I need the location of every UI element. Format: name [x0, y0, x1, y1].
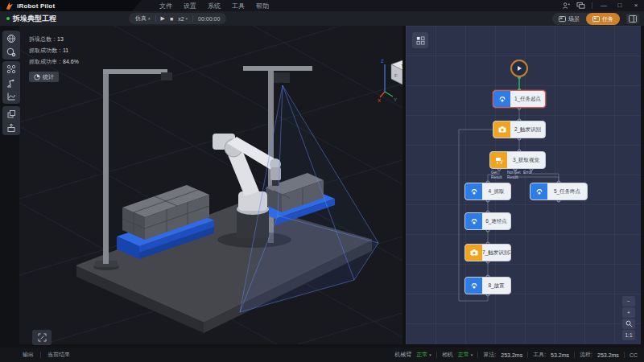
- tcp-tool-button[interactable]: [5, 64, 18, 74]
- robot-config-button[interactable]: [5, 77, 18, 88]
- stat-total-label: 拆垛总数：: [29, 36, 57, 42]
- speed-select[interactable]: x2 ▾: [178, 16, 188, 22]
- flow-start-node[interactable]: [510, 60, 528, 77]
- flow-node-label: 8_放置: [482, 282, 510, 290]
- zoom-out-button[interactable]: −: [622, 296, 635, 306]
- chevron-down-icon: ▾: [471, 352, 473, 357]
- sim-mode-label: 仿真: [135, 14, 147, 23]
- camera-status-select[interactable]: 正常 ▾: [458, 351, 473, 359]
- minimize-button[interactable]: —: [599, 0, 609, 11]
- flow-node-8[interactable]: 8_放置: [464, 277, 511, 294]
- menu-settings[interactable]: 设置: [184, 2, 196, 10]
- tool-time-label: 工具:: [533, 351, 546, 359]
- waypoint-icon: [465, 213, 482, 229]
- grasp-icon: [465, 183, 482, 200]
- zoom-in-button[interactable]: +: [622, 307, 635, 318]
- expand-icon: [38, 333, 47, 342]
- flow-node-7[interactable]: 7_触发识别2: [464, 244, 511, 261]
- camera-status-label: 相机: [442, 351, 453, 359]
- close-button[interactable]: ×: [631, 0, 641, 11]
- task-tab[interactable]: 任务: [586, 13, 620, 25]
- flow-node-label: 3_获取视觉: [507, 157, 545, 164]
- flow-node-1[interactable]: 1_任务起点: [493, 90, 546, 108]
- curve-chart-icon: [6, 92, 16, 101]
- flow-node-5[interactable]: 5_任务终点: [530, 183, 588, 200]
- statistics-button[interactable]: 统计: [29, 72, 59, 82]
- separator: [527, 352, 528, 358]
- stop-button[interactable]: ■: [170, 16, 173, 22]
- zoom-fit-button[interactable]: 1:1: [622, 330, 635, 340]
- scene-icon: [559, 16, 566, 23]
- camera-status-value: 正常: [458, 351, 469, 359]
- port-label-not-get-result: Not Get Result: [507, 171, 523, 179]
- menu-tools[interactable]: 工具: [232, 2, 245, 10]
- scene-tab[interactable]: 场景: [552, 13, 586, 25]
- chevron-down-icon: ▾: [429, 352, 431, 357]
- separator: [477, 352, 478, 358]
- app-window: iRobot Pilot 文件 设置 系统 工具 帮助: [0, 0, 644, 362]
- maximize-button[interactable]: □: [615, 0, 625, 11]
- navigation-cube[interactable]: Z X Y T F R: [377, 56, 402, 103]
- flow-node-4[interactable]: 4_抓取: [464, 183, 511, 200]
- view-mode-toggle: 场景 任务: [552, 13, 620, 25]
- output-tab[interactable]: 输出: [23, 351, 34, 359]
- chart-button[interactable]: [5, 91, 18, 101]
- task-icon: [592, 16, 600, 23]
- zoom-search-button[interactable]: [622, 319, 635, 329]
- robot-status-select[interactable]: 正常 ▾: [416, 351, 431, 359]
- separator: [436, 352, 437, 358]
- robot-logo-icon: [5, 2, 14, 10]
- process-time-value: 253.2ms: [597, 352, 619, 358]
- speed-label: x2: [178, 16, 184, 22]
- titlebar: iRobot Pilot 文件 设置 系统 工具 帮助: [0, 0, 644, 11]
- axis-y-label: Y: [394, 97, 397, 102]
- stat-rate-label: 抓取成功率：: [29, 59, 63, 64]
- menu-file[interactable]: 文件: [159, 2, 172, 10]
- globe-gear-icon: [6, 47, 16, 57]
- stat-success-label: 抓取成功数：: [29, 47, 63, 53]
- stat-success-rate: 抓取成功率：84.6%: [29, 56, 79, 68]
- current-result-tab[interactable]: 当前结果: [47, 351, 70, 359]
- panel-toggle-button[interactable]: [626, 14, 639, 24]
- fullscreen-button[interactable]: [32, 330, 52, 345]
- play-icon: [516, 65, 522, 72]
- chevron-down-icon: ▾: [148, 16, 151, 21]
- language-indicator[interactable]: CC: [630, 352, 638, 358]
- sidebar-group-tools: [2, 61, 20, 104]
- sim-mode-select[interactable]: 仿真 ▾: [135, 14, 151, 23]
- algorithm-time-value: 253.2ms: [501, 352, 522, 358]
- stat-success-count: 抓取成功数：11: [29, 45, 79, 56]
- flow-node-6[interactable]: 6_途经点: [464, 212, 511, 230]
- statistics-button-label: 统计: [43, 73, 54, 81]
- flow-node-2[interactable]: 2_触发识别: [493, 121, 546, 138]
- task-flow-canvas[interactable]: 1_任务起点 2_触发识别 3_获取视觉 Get Result Not Get …: [406, 26, 641, 344]
- status-indicators: 机械臂 正常 ▾ 相机 正常 ▾ 算法: 253.2ms 工具: 53.2ms …: [394, 348, 638, 362]
- titlebar-controls: — □ ×: [562, 0, 641, 11]
- panel-icon: [629, 15, 637, 23]
- project-status-dot: [6, 17, 10, 20]
- world-settings-button[interactable]: [5, 47, 18, 57]
- separator: [40, 352, 41, 358]
- project-toolbar: 拆垛典型工程 仿真 ▾ ▶ ■ x2 ▾ 00:00:00: [0, 11, 644, 26]
- camera-trigger-icon: [465, 245, 482, 261]
- sidebar-group-scene: [2, 31, 20, 60]
- axis-x-label: X: [378, 98, 381, 103]
- algorithm-time-label: 算法:: [483, 351, 496, 359]
- port-label-error: Error: [523, 171, 539, 175]
- export-box-icon: [6, 123, 16, 133]
- camera-trigger-icon: [493, 121, 510, 138]
- play-button[interactable]: ▶: [161, 15, 165, 22]
- export-button[interactable]: [5, 122, 18, 133]
- robot-status-label: 机械臂: [394, 351, 411, 359]
- place-icon: [465, 278, 482, 294]
- flow-node-3[interactable]: 3_获取视觉: [489, 151, 546, 169]
- node-palette-button[interactable]: [412, 32, 428, 48]
- separator: [155, 15, 156, 22]
- menu-system[interactable]: 系统: [208, 2, 221, 10]
- tool-time-value: 53.2ms: [551, 352, 569, 358]
- tcp-icon: [6, 64, 16, 74]
- copy-button[interactable]: [5, 109, 18, 119]
- world-view-button[interactable]: [5, 33, 18, 43]
- separator: [624, 352, 625, 358]
- menu-help[interactable]: 帮助: [256, 2, 269, 10]
